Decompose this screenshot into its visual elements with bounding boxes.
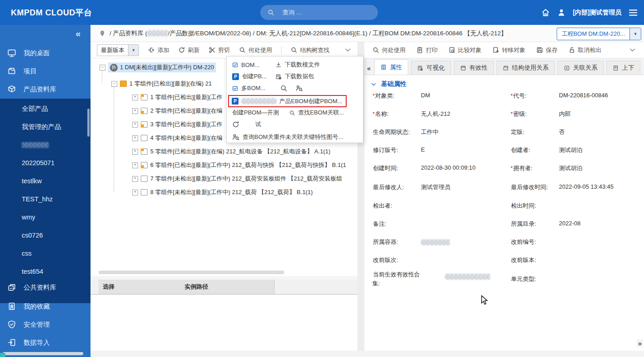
bom-window-icon	[232, 86, 238, 91]
tab-structure-usage[interactable]: 结构使用关系	[496, 61, 555, 75]
field-label: 最后修改人:	[373, 184, 404, 190]
sidebar-subitem-testlkw[interactable]: testlkw	[22, 172, 42, 190]
tabs-scroll-right-icon[interactable]: »	[637, 339, 643, 347]
column-header-select[interactable]: 选择	[99, 280, 119, 294]
tree-item[interactable]: + 4 零组件[未检出][最新](在编	[132, 133, 223, 143]
detail-toolbar: 何处使用 打印 比较对象 转移对象 保存 取消检出	[364, 42, 644, 58]
expand-toggle[interactable]: +	[132, 122, 138, 128]
compare-button[interactable]: 比较对象	[448, 46, 482, 54]
sidebar-subitem-test-hhz[interactable]: TEST_hhz	[22, 190, 53, 208]
refresh-button[interactable]: 刷新	[178, 46, 200, 54]
sidebar-item-security[interactable]: 安全管理	[0, 315, 91, 333]
search-icon	[239, 47, 246, 53]
save-button[interactable]: 保存	[536, 46, 558, 54]
view-selector[interactable]: 工程BOM DM:DM-220... ▼	[557, 28, 641, 40]
where-used-button[interactable]: 何处使用	[372, 46, 405, 54]
chevron-down-icon[interactable]	[344, 47, 351, 53]
current-user[interactable]: [内部]测试管理员	[573, 9, 621, 17]
section-basic-properties[interactable]: 基础属性	[371, 80, 406, 88]
cancel-checkout-button[interactable]: 取消检出	[568, 46, 601, 54]
home-icon[interactable]	[541, 8, 550, 17]
tab-relations[interactable]: 关联关系	[558, 61, 604, 75]
print-button[interactable]: 打印	[416, 46, 438, 54]
redacted-value	[445, 274, 490, 280]
tree-horizontal-scrollbar[interactable]	[99, 271, 284, 274]
column-header-instance-path[interactable]: 实例路径	[119, 280, 275, 294]
tree-item[interactable]: + 6 零组件[已检出][最新](工作中) 212_载荷与快拆 【212_载荷与…	[132, 160, 346, 171]
expand-toggle[interactable]: +	[132, 149, 138, 155]
highlighted-menu-item-create-pbom-from-ebom[interactable]: P 产品EBOM创建PBOM...	[228, 95, 347, 107]
sidebar-subitem-wmy[interactable]: wmy	[22, 208, 35, 226]
expand-toggle[interactable]: +	[132, 95, 138, 100]
sidebar-subitem-my-products[interactable]: 我管理的产品	[22, 118, 61, 136]
field-label: 检出者:	[373, 202, 392, 209]
collapse-toggle[interactable]: −	[100, 65, 105, 71]
tab-visualization[interactable]: 可视化	[411, 61, 451, 75]
menu-item-create-pbom-test-wrap[interactable]: 试	[232, 119, 261, 130]
expand-toggle[interactable]: +	[132, 162, 138, 168]
sidebar: « 我的桌面 项目 产品资料库 全部产品 我管理的产品 202205071 te…	[0, 25, 91, 357]
sidebar-horizontal-scrollbar[interactable]	[3, 352, 83, 355]
expand-toggle[interactable]: +	[132, 135, 138, 141]
refresh-icon	[178, 47, 185, 53]
menu-item-multi-bom[interactable]: 多BOM...	[232, 83, 265, 94]
menu-item-create-pb[interactable]: P 创建PB...	[232, 71, 267, 82]
sidebar-subitem-css[interactable]: css	[22, 244, 32, 262]
tab-context[interactable]: 上下	[606, 61, 640, 75]
expand-toggle[interactable]: +	[132, 176, 138, 182]
cut-button[interactable]: 剪切	[209, 46, 230, 54]
view-selector-caret[interactable]: ▼	[630, 28, 641, 40]
sidebar-item-project[interactable]: 项目	[0, 62, 91, 80]
tab-properties[interactable]: 属性	[374, 59, 408, 75]
sidebar-subitem-redacted[interactable]	[22, 136, 49, 154]
tree-item[interactable]: + 2 零组件[已检出][最新](在编	[132, 105, 223, 116]
where-used-button[interactable]: 何处使用	[239, 46, 272, 54]
tree-item[interactable]: + 3 零组件[已检出][最新](工作	[132, 119, 223, 130]
sidebar-subitem-202205071[interactable]: 202205071	[22, 154, 55, 172]
menu-item-person-search-icon-only[interactable]	[296, 83, 303, 94]
sidebar-item-public-library[interactable]: 公共资料库	[0, 278, 91, 296]
sidebar-subitem-test654[interactable]: test654	[22, 262, 43, 281]
transfer-button[interactable]: 转移对象	[492, 46, 525, 54]
sidebar-item-data-import[interactable]: 数据导入	[0, 333, 91, 352]
menu-item-download-model[interactable]: 下载数模文件	[276, 59, 320, 70]
tree-item-child[interactable]: − 1 零组件[已检出][最新](在编) 21	[111, 78, 212, 89]
tree-search-button[interactable]: 结构树查找	[291, 46, 329, 54]
sidebar-item-product-library[interactable]: 产品资料库	[0, 80, 91, 98]
menu-item-query-bom-key-parts[interactable]: 查询BOM关重件未关联关键特性图号...	[232, 132, 343, 143]
menu-icon[interactable]	[629, 9, 638, 16]
menu-item-find-ebom-relation[interactable]: 查找EBOM关联...	[289, 107, 344, 118]
sidebar-collapse-icon[interactable]: «	[76, 29, 81, 39]
add-button[interactable]: 添加	[148, 46, 169, 54]
expand-toggle[interactable]: +	[132, 190, 138, 195]
sidebar-subitem-all-products[interactable]: 全部产品	[22, 100, 48, 118]
version-select[interactable]: 最新版本 ▼	[97, 44, 139, 56]
breadcrumb[interactable]: / 产品资料库 (/产品数据/EBOM/DM/2022-08) / DM: 无人…	[110, 29, 507, 38]
tree-item[interactable]: + 7 零组件[未检出][最新](工作中) 212_载荷安装板组件 【212_载…	[132, 173, 342, 184]
user-icon[interactable]	[557, 8, 566, 17]
tree-item-label: 1 零组件[已检出][最新](工作	[150, 93, 223, 101]
download-icon	[276, 62, 281, 68]
sidebar-item-favorites[interactable]: 我的收藏	[0, 297, 91, 315]
tab-effectivity[interactable]: 有效性	[454, 61, 494, 75]
tree-item[interactable]: + 1 零组件[已检出][最新](工作	[132, 92, 223, 103]
tree-item-root[interactable]: − 协 1 DM[未检出][最新](工作中) DM-220	[100, 62, 216, 73]
sidebar-subitem-cs0726[interactable]: cs0726	[22, 226, 43, 244]
sidebar-item-desktop[interactable]: 我的桌面	[0, 44, 91, 62]
chevron-down-icon[interactable]	[629, 47, 636, 53]
menu-item-create-pbom-test[interactable]: 创建PBOM—开测	[232, 107, 279, 118]
collapse-toggle[interactable]: −	[111, 81, 117, 87]
tree-item-label: 5 零组件[已检出][最新](在编) 212_航电设备 【212_航电设备】 A…	[150, 148, 330, 156]
field-label: 创建时间:	[373, 165, 398, 171]
global-search[interactable]: 查询 ...	[260, 5, 378, 20]
bookmark-icon	[7, 302, 16, 311]
version-select-caret[interactable]: ▼	[128, 45, 138, 56]
tree-item[interactable]: + 5 零组件[已检出][最新](在编) 212_航电设备 【212_航电设备】…	[132, 146, 330, 157]
sidebar-vertical-scrollbar[interactable]	[87, 109, 90, 137]
expand-toggle[interactable]: +	[132, 108, 138, 114]
menu-item-bom[interactable]: BOM...	[232, 59, 259, 70]
menu-item-download-package[interactable]: 下载数据包	[276, 71, 314, 82]
tabs-scroll-left-icon[interactable]: «	[367, 64, 371, 72]
tree-item[interactable]: + 8 零组件[未检出][最新](工作中) 212_载荷 【212_载荷】 B.…	[132, 187, 313, 198]
menu-item-search-icon-only[interactable]	[280, 83, 287, 94]
